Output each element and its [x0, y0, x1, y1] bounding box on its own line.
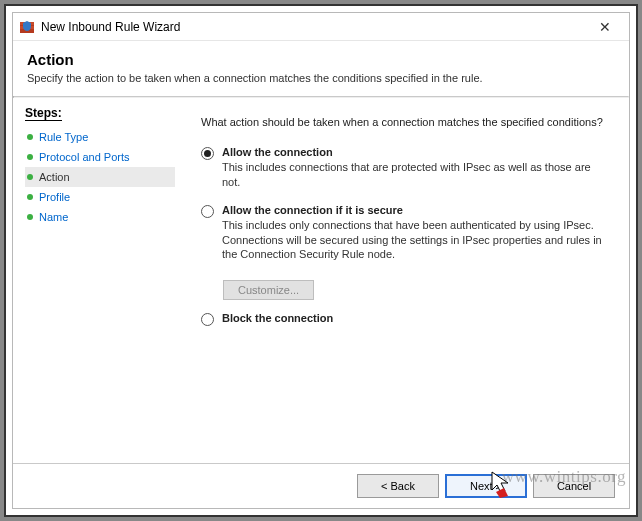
option-desc: This includes connections that are prote… — [222, 160, 605, 190]
option-block-connection[interactable]: Block the connection — [201, 312, 605, 326]
cancel-button[interactable]: Cancel — [533, 474, 615, 498]
wizard-header: Action Specify the action to be taken wh… — [13, 41, 629, 96]
step-label: Profile — [39, 191, 70, 203]
radio-block[interactable] — [201, 313, 214, 326]
wizard-footer: < Back Next > Cancel — [13, 463, 629, 508]
option-text: Block the connection — [222, 312, 605, 324]
close-button[interactable]: ✕ — [585, 14, 625, 40]
step-label: Protocol and Ports — [39, 151, 130, 163]
step-bullet-icon — [27, 194, 33, 200]
step-protocol-and-ports[interactable]: Protocol and Ports — [25, 147, 183, 167]
next-button[interactable]: Next > — [445, 474, 527, 498]
close-icon: ✕ — [599, 19, 611, 35]
outer-frame: New Inbound Rule Wizard ✕ Action Specify… — [4, 4, 638, 517]
back-button[interactable]: < Back — [357, 474, 439, 498]
steps-title: Steps: — [25, 106, 62, 121]
step-label: Name — [39, 211, 68, 223]
option-allow-if-secure[interactable]: Allow the connection if it is secure Thi… — [201, 204, 605, 273]
wizard-window: New Inbound Rule Wizard ✕ Action Specify… — [12, 12, 630, 509]
content-prompt: What action should be taken when a conne… — [201, 116, 605, 128]
option-allow-connection[interactable]: Allow the connection This includes conne… — [201, 146, 605, 200]
step-bullet-icon — [27, 134, 33, 140]
step-name[interactable]: Name — [25, 207, 183, 227]
radio-allow[interactable] — [201, 147, 214, 160]
option-title: Block the connection — [222, 312, 605, 324]
step-action[interactable]: Action — [25, 167, 175, 187]
step-label: Action — [39, 171, 70, 183]
radio-allow-secure[interactable] — [201, 205, 214, 218]
page-title: Action — [27, 51, 615, 68]
titlebar: New Inbound Rule Wizard ✕ — [13, 13, 629, 41]
option-title: Allow the connection — [222, 146, 605, 158]
page-subtitle: Specify the action to be taken when a co… — [27, 72, 615, 84]
option-text: Allow the connection if it is secure Thi… — [222, 204, 605, 273]
option-text: Allow the connection This includes conne… — [222, 146, 605, 200]
step-bullet-icon — [27, 214, 33, 220]
step-profile[interactable]: Profile — [25, 187, 183, 207]
firewall-icon — [19, 19, 35, 35]
step-label: Rule Type — [39, 131, 88, 143]
customize-button: Customize... — [223, 280, 314, 300]
step-bullet-icon — [27, 154, 33, 160]
wizard-body: Steps: Rule Type Protocol and Ports Acti… — [13, 98, 629, 463]
wizard-content: What action should be taken when a conne… — [183, 98, 629, 463]
steps-sidebar: Steps: Rule Type Protocol and Ports Acti… — [13, 98, 183, 463]
option-desc: This includes only connections that have… — [222, 218, 605, 263]
step-rule-type[interactable]: Rule Type — [25, 127, 183, 147]
option-title: Allow the connection if it is secure — [222, 204, 605, 216]
window-title: New Inbound Rule Wizard — [41, 20, 585, 34]
step-bullet-icon — [27, 174, 33, 180]
